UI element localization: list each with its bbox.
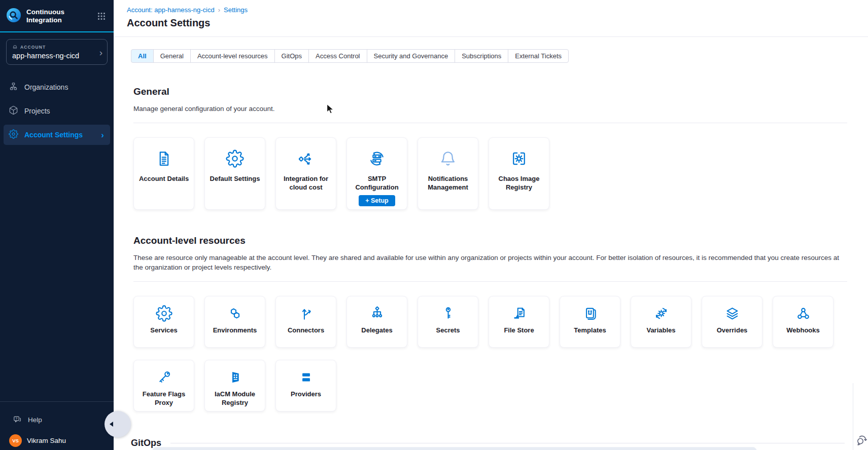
account-selector-label-row: ACCOUNT: [12, 44, 94, 50]
module-grid-icon[interactable]: [96, 11, 107, 21]
page-header: Account: app-harness-ng-cicd › Settings …: [114, 0, 868, 37]
layers-icon: [724, 305, 741, 322]
settings-tabs: All General Account-level resources GitO…: [131, 49, 569, 63]
sidebar-nav: Organizations › Projects › Account Setti…: [0, 77, 114, 145]
gear-icon: [9, 129, 18, 140]
cube-icon: [9, 105, 18, 117]
tab-subscriptions[interactable]: Subscriptions: [455, 49, 508, 63]
section-title-resources: Account-level resources: [133, 235, 868, 246]
tab-account-level-resources[interactable]: Account-level resources: [190, 49, 275, 63]
tab-label: External Tickets: [515, 52, 562, 60]
section-title-general: General: [133, 86, 868, 97]
card-webhooks[interactable]: Webhooks: [773, 296, 834, 348]
card-file-store[interactable]: File Store: [489, 296, 549, 348]
gear-icon: [156, 305, 172, 322]
tab-general[interactable]: General: [153, 49, 191, 63]
card-label: Default Settings: [206, 175, 264, 183]
account-selector[interactable]: ACCOUNT app-harness-ng-cicd ›: [6, 39, 108, 65]
card-label: Secrets: [433, 326, 464, 335]
card-providers[interactable]: Providers: [275, 360, 336, 411]
section-description-resources: These are resource only manageable at th…: [133, 253, 843, 272]
environments-icon: [227, 305, 244, 322]
user-menu[interactable]: VS Vikram Sahu: [0, 434, 114, 447]
card-variables[interactable]: Variables: [631, 296, 691, 348]
section-general: General Manage general configuration of …: [133, 86, 868, 210]
file-store-icon: [511, 305, 528, 322]
help-label: Help: [28, 416, 42, 424]
card-label: Chaos Image Registry: [489, 175, 549, 192]
sidebar-item-account-settings[interactable]: Account Settings ›: [4, 125, 110, 145]
card-label: Webhooks: [783, 326, 823, 335]
tab-label: GitOps: [282, 52, 302, 60]
chevron-right-icon: ›: [101, 131, 104, 139]
tab-external-tickets[interactable]: External Tickets: [508, 49, 569, 63]
chaos-registry-icon: [510, 149, 528, 168]
setup-button[interactable]: + Setup: [359, 195, 395, 206]
card-templates[interactable]: Templates: [560, 296, 620, 348]
section-divider: [133, 281, 847, 282]
card-feature-flags-proxy[interactable]: Feature Flags Proxy: [133, 360, 194, 411]
connectors-icon: [298, 305, 315, 322]
card-account-details[interactable]: Account Details: [133, 137, 194, 210]
card-iacm-module-registry[interactable]: IaCM Module Registry: [204, 360, 265, 411]
integration-icon: [297, 149, 315, 168]
card-integration-for-cloud-cost[interactable]: Integration for cloud cost: [275, 137, 336, 210]
main-content: Account: app-harness-ng-cicd › Settings …: [114, 0, 868, 450]
document-icon: [155, 149, 173, 168]
card-default-settings[interactable]: Default Settings: [204, 137, 265, 210]
tab-label: Access Control: [316, 52, 360, 60]
general-cards: Account Details Default Settings Integra…: [133, 137, 868, 210]
card-label: Integration for cloud cost: [276, 175, 336, 192]
variables-icon: [653, 305, 670, 322]
chevron-right-icon: ›: [99, 47, 102, 57]
section-description-general: Manage general configuration of your acc…: [133, 104, 843, 114]
section-divider: [170, 443, 845, 443]
card-services[interactable]: Services: [133, 296, 194, 348]
templates-icon: [582, 305, 599, 322]
sidebar-item-organizations[interactable]: Organizations ›: [4, 77, 110, 97]
sidebar-collapse-handle[interactable]: [105, 411, 131, 437]
card-notifications-management[interactable]: Notifications Management: [418, 137, 478, 210]
ci-module-logo: [6, 8, 21, 25]
sidebar-item-label: Account Settings: [24, 131, 83, 139]
breadcrumb-settings-link[interactable]: Settings: [224, 6, 248, 14]
section-divider: [133, 123, 847, 123]
sidebar-item-label: Organizations: [24, 83, 68, 91]
card-label: Templates: [570, 326, 609, 335]
help-button[interactable]: Help: [0, 402, 114, 425]
product-name: Continuous Integration: [26, 8, 75, 24]
card-label: Variables: [643, 326, 679, 335]
card-label: SMTP Configuration: [347, 175, 407, 192]
card-secrets[interactable]: Secrets: [418, 296, 478, 348]
section-account-level-resources: Account-level resources These are resour…: [133, 235, 868, 411]
sidebar-item-projects[interactable]: Projects ›: [4, 101, 110, 121]
feature-flags-key-icon: [156, 369, 172, 386]
tab-label: All: [138, 52, 147, 60]
card-label: Account Details: [135, 175, 192, 183]
tab-label: Account-level resources: [197, 52, 268, 60]
key-icon: [440, 305, 457, 322]
breadcrumb-account-link[interactable]: Account: app-harness-ng-cicd: [127, 6, 215, 14]
card-environments[interactable]: Environments: [204, 296, 265, 348]
sidebar-footer: Help VS Vikram Sahu: [0, 401, 114, 450]
tab-label: Security and Governance: [374, 52, 448, 60]
brand: Continuous Integration: [0, 0, 114, 25]
card-label: Connectors: [284, 326, 328, 335]
support-chat-icon[interactable]: [855, 432, 868, 446]
settings-content: All General Account-level resources GitO…: [114, 37, 868, 448]
card-smtp-configuration[interactable]: SMTP Configuration + Setup: [346, 137, 407, 210]
card-label: Environments: [210, 326, 261, 335]
providers-icon: [298, 369, 315, 386]
breadcrumb-separator-icon: ›: [218, 6, 220, 14]
card-overrides[interactable]: Overrides: [702, 296, 762, 348]
account-label: ACCOUNT: [20, 45, 46, 50]
card-delegates[interactable]: Delegates: [346, 296, 407, 348]
tab-security-and-governance[interactable]: Security and Governance: [367, 49, 456, 63]
card-label: Overrides: [713, 326, 751, 335]
tab-gitops[interactable]: GitOps: [274, 49, 309, 63]
card-chaos-image-registry[interactable]: Chaos Image Registry: [489, 137, 549, 210]
card-connectors[interactable]: Connectors: [275, 296, 336, 348]
tab-all[interactable]: All: [131, 49, 154, 63]
tab-access-control[interactable]: Access Control: [308, 49, 367, 63]
sidebar: Continuous Integration ACCOUNT app-harne…: [0, 0, 114, 450]
